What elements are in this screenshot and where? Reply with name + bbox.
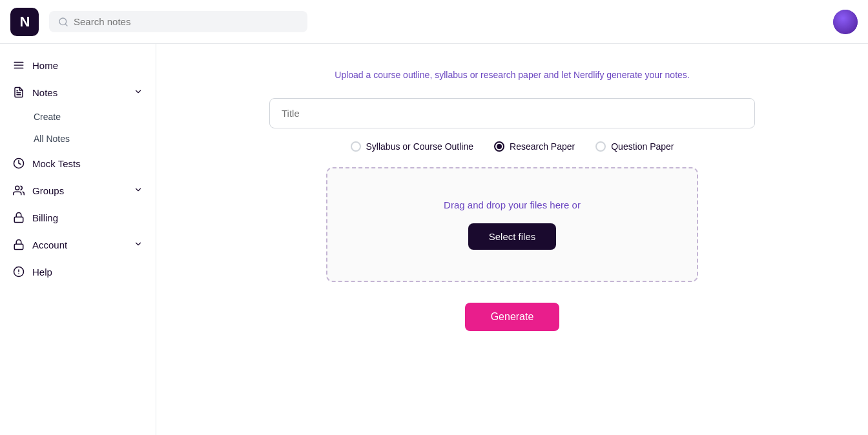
search-input[interactable] — [74, 16, 298, 27]
sidebar-item-mock-tests[interactable]: Mock Tests — [0, 150, 156, 177]
radio-question-label: Question Paper — [611, 141, 674, 152]
sidebar-item-groups[interactable]: Groups — [0, 177, 156, 204]
sidebar-item-billing[interactable]: Billing — [0, 204, 156, 231]
search-bar[interactable] — [49, 11, 307, 32]
radio-research-indicator — [494, 141, 504, 152]
radio-research-label: Research Paper — [510, 141, 575, 152]
sidebar-item-all-notes[interactable]: All Notes — [0, 128, 156, 150]
sidebar-groups-label: Groups — [32, 185, 64, 196]
account-icon — [13, 239, 25, 250]
radio-question-indicator — [595, 141, 606, 152]
title-input[interactable] — [269, 98, 755, 128]
page-subtitle: Upload a course outline, syllabus or res… — [335, 70, 689, 80]
sidebar-help-label: Help — [32, 267, 52, 278]
groups-icon — [13, 185, 25, 196]
sidebar-home-label: Home — [32, 60, 58, 71]
svg-line-1 — [65, 24, 67, 26]
billing-icon — [13, 212, 25, 223]
radio-syllabus-label: Syllabus or Course Outline — [366, 141, 474, 152]
search-icon — [58, 17, 68, 27]
sidebar-item-create[interactable]: Create — [0, 106, 156, 128]
select-files-button[interactable]: Select files — [468, 223, 557, 250]
avatar[interactable] — [833, 10, 858, 34]
sidebar-mock-tests-label: Mock Tests — [32, 158, 81, 169]
sidebar-item-home[interactable]: Home — [0, 52, 156, 79]
avatar-image — [833, 10, 858, 34]
drop-zone[interactable]: Drag and drop your files here or Select … — [326, 167, 698, 282]
sidebar-item-account[interactable]: Account — [0, 231, 156, 258]
chevron-down-icon — [134, 87, 143, 98]
sidebar-item-help[interactable]: Help — [0, 258, 156, 285]
create-label: Create — [34, 112, 61, 122]
drop-zone-text: Drag and drop your files here or — [444, 199, 581, 210]
generate-button[interactable]: Generate — [465, 303, 560, 331]
layout: Home Notes Create All Notes — [0, 44, 868, 435]
all-notes-label: All Notes — [34, 134, 70, 144]
radio-syllabus[interactable]: Syllabus or Course Outline — [351, 141, 474, 152]
help-icon — [13, 266, 25, 278]
topbar: N — [0, 0, 868, 44]
sidebar-account-label: Account — [32, 239, 67, 250]
radio-question[interactable]: Question Paper — [595, 141, 674, 152]
radio-group: Syllabus or Course Outline Research Pape… — [351, 141, 674, 152]
notes-icon — [13, 86, 25, 98]
sidebar-item-notes[interactable]: Notes — [0, 79, 156, 106]
svg-point-8 — [16, 186, 19, 190]
svg-rect-10 — [14, 244, 23, 249]
radio-syllabus-indicator — [351, 141, 361, 152]
logo-letter: N — [20, 14, 30, 30]
logo: N — [10, 8, 39, 36]
main-content: Upload a course outline, syllabus or res… — [156, 44, 868, 435]
chevron-down-icon — [134, 185, 143, 196]
mock-tests-icon — [13, 157, 25, 169]
sidebar-billing-label: Billing — [32, 212, 58, 223]
sidebar-notes-label: Notes — [32, 87, 57, 98]
chevron-down-icon — [134, 239, 143, 250]
svg-rect-9 — [14, 217, 23, 222]
radio-research[interactable]: Research Paper — [494, 141, 575, 152]
home-icon — [13, 59, 25, 71]
sidebar: Home Notes Create All Notes — [0, 44, 156, 435]
